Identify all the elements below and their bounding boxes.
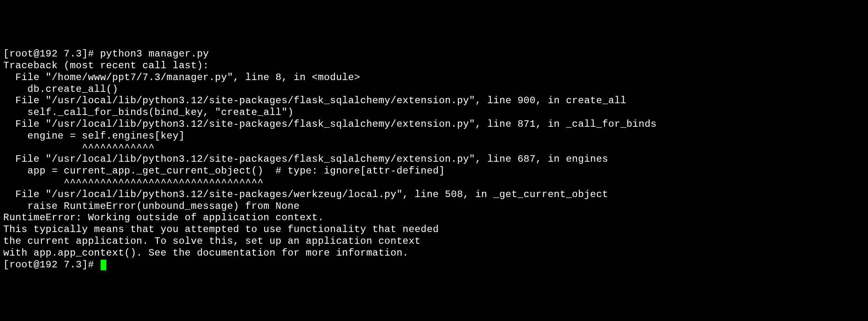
terminal-line: raise RuntimeError(unbound_message) from… [3, 201, 865, 213]
terminal-line: ^^^^^^^^^^^^^^^^^^^^^^^^^^^^^^^^^ [3, 177, 865, 189]
terminal-output[interactable]: [root@192 7.3]# python3 manager.pyTraceb… [3, 48, 865, 271]
terminal-line: RuntimeError: Working outside of applica… [3, 212, 865, 224]
terminal-line: db.create_all() [3, 84, 865, 95]
terminal-line: with app.app_context(). See the document… [3, 247, 865, 259]
terminal-line: self._call_for_binds(bind_key, "create_a… [3, 107, 865, 119]
terminal-line: File "/usr/local/lib/python3.12/site-pac… [3, 95, 865, 107]
cursor-icon [101, 260, 106, 270]
terminal-line: ^^^^^^^^^^^^ [3, 142, 865, 154]
terminal-line: [root@192 7.3]# python3 manager.py [3, 48, 865, 60]
terminal-line: This typically means that you attempted … [3, 224, 865, 236]
terminal-line: File "/usr/local/lib/python3.12/site-pac… [3, 154, 865, 165]
shell-prompt: [root@192 7.3]# [3, 259, 100, 270]
terminal-line: Traceback (most recent call last): [3, 60, 865, 72]
terminal-line: the current application. To solve this, … [3, 236, 865, 247]
terminal-line: File "/usr/local/lib/python3.12/site-pac… [3, 119, 865, 130]
terminal-prompt-line[interactable]: [root@192 7.3]# [3, 259, 865, 271]
terminal-line: app = current_app._get_current_object() … [3, 165, 865, 177]
terminal-line: File "/home/www/ppt7/7.3/manager.py", li… [3, 72, 865, 84]
terminal-line: engine = self.engines[key] [3, 130, 865, 142]
terminal-line: File "/usr/local/lib/python3.12/site-pac… [3, 189, 865, 201]
